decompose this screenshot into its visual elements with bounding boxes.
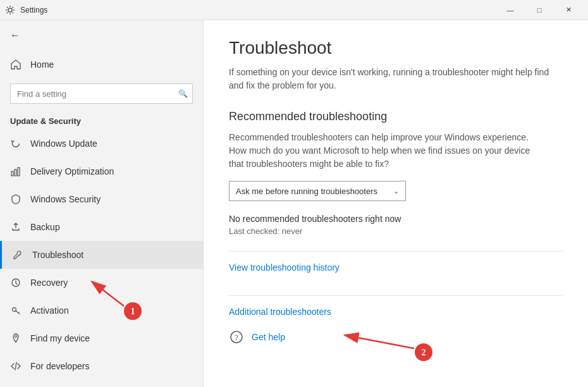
- recommended-description: Recommended troubleshooters can help imp…: [229, 131, 532, 171]
- svg-rect-3: [18, 168, 20, 176]
- sidebar-item-label-windows-security: Windows Security: [30, 194, 101, 204]
- recovery-icon: [10, 277, 21, 288]
- chart-icon: [10, 166, 21, 177]
- sidebar-item-label-troubleshoot: Troubleshoot: [32, 250, 83, 260]
- upload-icon: [10, 221, 21, 233]
- sidebar-item-label-recovery: Recovery: [30, 278, 68, 288]
- sidebar: ← Home 🔍 Update & Security Windows Updat…: [0, 20, 204, 387]
- sidebar-item-troubleshoot[interactable]: Troubleshoot: [0, 241, 203, 269]
- get-help-icon: ?: [229, 329, 244, 345]
- close-button[interactable]: ✕: [554, 0, 583, 20]
- search-input[interactable]: [10, 83, 193, 104]
- sidebar-item-backup[interactable]: Backup: [0, 213, 203, 241]
- minimize-button[interactable]: —: [496, 0, 525, 20]
- wrench-icon: [12, 249, 23, 261]
- sidebar-item-delivery-optimization[interactable]: Delivery Optimization: [0, 157, 203, 185]
- titlebar: Settings — □ ✕: [0, 0, 588, 20]
- svg-rect-2: [15, 169, 16, 176]
- code-icon: [10, 360, 21, 372]
- sidebar-item-label-find-my-device: Find my device: [30, 333, 90, 343]
- svg-point-5: [13, 308, 16, 312]
- sidebar-item-label-activation: Activation: [30, 305, 69, 316]
- view-history-link[interactable]: View troubleshooting history: [229, 262, 340, 273]
- get-help-link[interactable]: Get help: [252, 332, 285, 342]
- content-area: Troubleshoot If something on your device…: [204, 20, 588, 387]
- key-icon: [10, 305, 21, 316]
- no-troubleshooters-text: No recommended troubleshooters right now: [229, 214, 563, 224]
- home-icon: [10, 59, 21, 70]
- sidebar-item-home[interactable]: Home: [0, 51, 203, 78]
- main-layout: ← Home 🔍 Update & Security Windows Updat…: [0, 20, 588, 387]
- svg-text:?: ?: [235, 333, 238, 342]
- svg-point-6: [15, 336, 17, 338]
- titlebar-controls: — □ ✕: [496, 0, 583, 20]
- last-checked-text: Last checked: never: [229, 226, 563, 236]
- recommended-section-title: Recommended troubleshooting: [229, 110, 563, 123]
- sidebar-item-windows-security[interactable]: Windows Security: [0, 185, 203, 213]
- sidebar-item-label-windows-update: Windows Update: [30, 138, 97, 149]
- sidebar-item-label-backup: Backup: [30, 222, 60, 232]
- location-icon: [10, 333, 21, 344]
- titlebar-title: Settings: [20, 6, 496, 15]
- search-container: 🔍: [10, 83, 193, 104]
- refresh-icon: [10, 138, 21, 149]
- svg-rect-1: [11, 171, 13, 176]
- svg-point-0: [8, 8, 12, 12]
- sidebar-item-label-delivery-optimization: Delivery Optimization: [30, 166, 114, 176]
- home-label: Home: [30, 59, 54, 70]
- sidebar-item-label-for-developers: For developers: [30, 361, 89, 371]
- additional-troubleshooters-link[interactable]: Additional troubleshooters: [229, 307, 331, 317]
- sidebar-item-windows-update[interactable]: Windows Update: [0, 130, 203, 157]
- troubleshooter-dropdown[interactable]: Ask me before running troubleshooters ⌄: [229, 181, 406, 201]
- settings-icon: [5, 5, 15, 15]
- divider-1: [229, 251, 563, 252]
- back-button[interactable]: ←: [0, 20, 203, 51]
- dropdown-value: Ask me before running troubleshooters: [236, 187, 377, 196]
- dropdown-container: Ask me before running troubleshooters ⌄: [229, 181, 563, 201]
- get-help-item: ? Get help: [229, 329, 563, 345]
- page-description: If something on your device isn't workin…: [229, 66, 563, 92]
- page-title: Troubleshoot: [229, 38, 563, 58]
- sidebar-items-list: Windows Update Delivery Optimization Win…: [0, 130, 203, 380]
- sidebar-item-for-developers[interactable]: For developers: [0, 352, 203, 380]
- sidebar-section-title: Update & Security: [0, 109, 203, 130]
- back-arrow-icon: ←: [10, 30, 20, 41]
- maximize-button[interactable]: □: [525, 0, 554, 20]
- shield-icon: [10, 194, 21, 205]
- divider-2: [229, 295, 563, 296]
- sidebar-item-recovery[interactable]: Recovery: [0, 269, 203, 297]
- search-icon: 🔍: [178, 89, 188, 98]
- chevron-down-icon: ⌄: [393, 187, 399, 195]
- sidebar-item-activation[interactable]: Activation: [0, 297, 203, 324]
- sidebar-item-find-my-device[interactable]: Find my device: [0, 324, 203, 352]
